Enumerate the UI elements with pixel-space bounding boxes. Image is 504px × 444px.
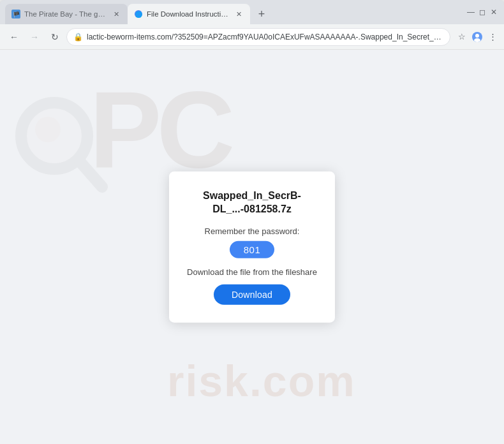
menu-icon[interactable]: ⋮: [486, 31, 499, 43]
card-filename: Swapped_In_SecrB-DL_...-081258.7z: [184, 189, 320, 216]
window-controls: — ◻ ✕: [466, 7, 499, 17]
svg-text:🌐: 🌐: [135, 11, 143, 18]
svg-point-5: [475, 34, 479, 38]
forward-button[interactable]: →: [26, 28, 43, 46]
svg-text:🏴: 🏴: [13, 11, 20, 18]
reload-button[interactable]: ↻: [46, 28, 64, 46]
tab-filedownload-close[interactable]: ✕: [233, 9, 244, 19]
card-fileshare-label: Download the file from the fileshare: [187, 267, 317, 276]
card-password-badge: 801: [230, 241, 275, 258]
magnifier-watermark: [13, 94, 108, 196]
tab-piratebay-label: The Pirate Bay - The galaxy's m...: [24, 10, 107, 18]
pc-watermark: PC: [89, 75, 230, 184]
browser-content: PC risk.com Swapped_In_SecrB-DL_...-0812…: [0, 50, 504, 444]
chrome-window: 🏴 The Pirate Bay - The galaxy's m... ✕ 🌐…: [0, 0, 504, 444]
filedownload-favicon: 🌐: [134, 10, 143, 18]
minimize-button[interactable]: —: [466, 7, 476, 17]
back-button[interactable]: ←: [5, 28, 23, 46]
new-tab-button[interactable]: +: [253, 5, 271, 23]
piratebay-favicon: 🏴: [11, 10, 20, 18]
address-icons: ☆ ⋮: [456, 31, 499, 43]
maximize-button[interactable]: ◻: [477, 7, 487, 17]
close-button[interactable]: ✕: [489, 7, 499, 17]
download-button[interactable]: Download: [214, 284, 290, 304]
bookmark-icon[interactable]: ☆: [456, 31, 468, 43]
address-bar-row: ← → ↻ 🔒 lactic-beworm-items.com/?352509=…: [0, 24, 504, 50]
svg-point-8: [35, 117, 61, 142]
tabs-bar: 🏴 The Pirate Bay - The galaxy's m... ✕ 🌐…: [5, 0, 466, 24]
tab-filedownload-label: File Download Instructions for...: [147, 10, 230, 18]
address-input[interactable]: 🔒 lactic-beworm-items.com/?352509=APZacm…: [66, 28, 450, 46]
tab-piratebay-close[interactable]: ✕: [111, 9, 121, 19]
card-password-label: Remember the password:: [205, 226, 300, 235]
profile-icon[interactable]: [471, 31, 484, 43]
tab-piratebay[interactable]: 🏴 The Pirate Bay - The galaxy's m... ✕: [5, 4, 128, 24]
svg-point-7: [21, 103, 87, 169]
download-card: Swapped_In_SecrB-DL_...-081258.7z Rememb…: [169, 172, 335, 323]
tab-filedownload[interactable]: 🌐 File Download Instructions for... ✕: [128, 4, 250, 24]
title-bar: 🏴 The Pirate Bay - The galaxy's m... ✕ 🌐…: [0, 0, 504, 24]
svg-point-6: [474, 38, 480, 42]
lock-icon: 🔒: [73, 33, 83, 41]
url-text: lactic-beworm-items.com/?352509=APZacmf9…: [87, 33, 443, 41]
svg-line-9: [80, 161, 102, 187]
riskcom-watermark: risk.com: [167, 356, 356, 406]
